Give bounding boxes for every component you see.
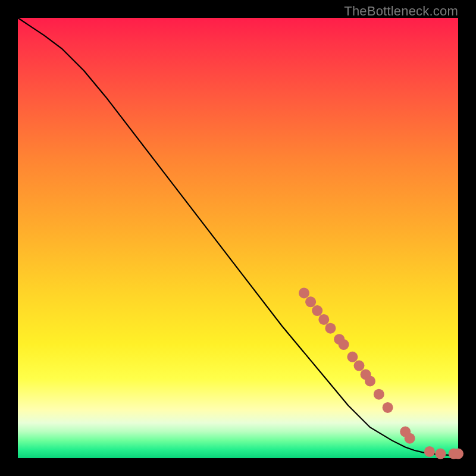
data-marker xyxy=(347,352,358,362)
data-marker xyxy=(354,361,365,371)
data-marker xyxy=(305,296,316,307)
data-marker xyxy=(365,376,375,387)
chart-frame: TheBottleneck.com xyxy=(0,0,476,476)
data-marker xyxy=(318,314,329,325)
chart-overlay xyxy=(18,18,458,458)
data-marker xyxy=(374,389,384,400)
data-marker xyxy=(383,402,393,413)
data-marker xyxy=(312,305,322,316)
attribution-text: TheBottleneck.com xyxy=(344,4,458,19)
data-marker xyxy=(339,339,349,350)
data-marker xyxy=(424,446,435,457)
curve-path xyxy=(18,18,458,456)
data-marker xyxy=(405,433,415,444)
data-marker xyxy=(435,449,446,459)
data-marker xyxy=(299,288,309,299)
data-marker xyxy=(325,323,336,334)
data-marker xyxy=(453,449,464,459)
